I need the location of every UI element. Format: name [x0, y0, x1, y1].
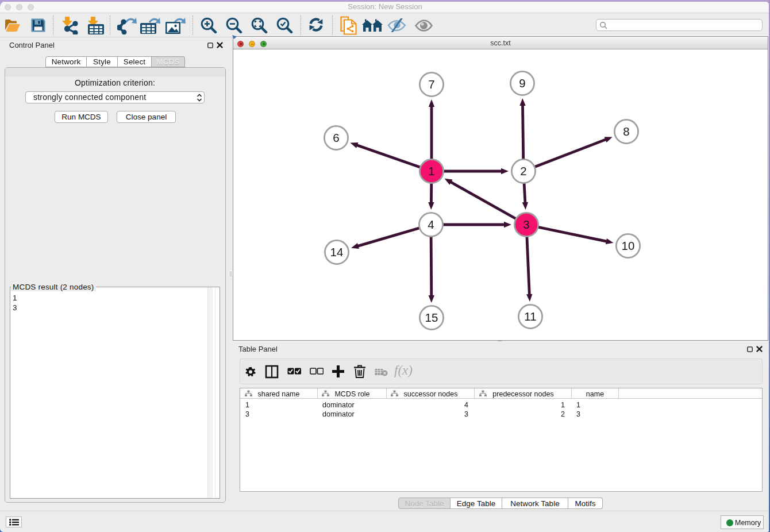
svg-text:7: 7	[428, 78, 434, 91]
svg-text:9: 9	[519, 76, 525, 90]
svg-text:6: 6	[333, 131, 339, 144]
svg-text:15: 15	[425, 311, 438, 324]
svg-text:3: 3	[523, 218, 529, 231]
svg-text:8: 8	[623, 125, 629, 138]
svg-text:2: 2	[520, 164, 526, 178]
svg-text:1: 1	[428, 164, 434, 178]
svg-text:14: 14	[330, 245, 344, 259]
svg-text:10: 10	[622, 239, 635, 252]
svg-text:11: 11	[524, 310, 536, 323]
svg-text:4: 4	[428, 218, 434, 231]
